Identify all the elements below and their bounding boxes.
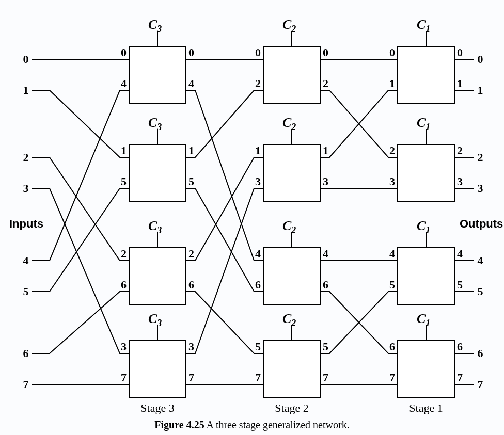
- stage2-right-port-label: 4: [323, 247, 328, 260]
- wire-s3-to-s2: [186, 90, 263, 157]
- output-label: 4: [478, 254, 483, 267]
- stage-label: Stage 1: [409, 401, 443, 414]
- control-label: C3: [148, 115, 162, 132]
- stage2-right-port-label: 1: [323, 144, 328, 157]
- stage3-left-port-label: 3: [121, 340, 127, 353]
- switch-box-stage3-row1: [398, 144, 454, 201]
- stage1-left-port-label: 5: [389, 278, 395, 291]
- stage2-right-port-label: 3: [323, 175, 328, 188]
- output-label: 3: [478, 182, 483, 195]
- stage2-left-port-label: 0: [255, 46, 261, 59]
- output-label: 5: [478, 285, 483, 298]
- stage3-right-port-label: 4: [188, 77, 194, 90]
- input-label: 5: [23, 285, 29, 298]
- stage3-left-port-label: 0: [121, 46, 127, 59]
- stage3-left-port-label: 7: [121, 371, 127, 384]
- switch-box-stage2-row2: [263, 248, 320, 304]
- output-label: 7: [478, 378, 483, 391]
- wire-s2-to-s1: [320, 90, 398, 157]
- switch-box-stage1-row3: [129, 341, 186, 397]
- stage1-right-port-label: 0: [457, 46, 463, 59]
- stage2-left-port-label: 6: [255, 278, 261, 291]
- stage3-left-port-label: 4: [121, 77, 127, 90]
- control-label: C1: [417, 218, 430, 235]
- stage3-left-port-label: 5: [121, 175, 127, 188]
- stage2-left-port-label: 5: [255, 340, 261, 353]
- stage-label: Stage 2: [275, 401, 308, 414]
- wire-s3-to-s2: [186, 292, 263, 353]
- output-label: 6: [478, 347, 483, 360]
- output-label: 2: [478, 151, 483, 164]
- output-label: 0: [478, 53, 483, 66]
- input-label: 2: [23, 151, 29, 164]
- stage1-right-port-label: 7: [457, 371, 463, 384]
- figure-caption: Figure 4.25 A three stage generalized ne…: [154, 419, 349, 431]
- switch-box-stage2-row1: [263, 144, 320, 201]
- input-label: 1: [23, 84, 29, 96]
- switch-box-stage1-row2: [129, 248, 186, 304]
- stage3-right-port-label: 7: [188, 371, 194, 384]
- stage3-right-port-label: 0: [188, 46, 194, 59]
- control-label: C2: [282, 17, 296, 34]
- stage2-left-port-label: 7: [255, 371, 261, 384]
- stage3-left-port-label: 2: [121, 247, 127, 260]
- wire-input-to-s3: [40, 188, 129, 353]
- input-label: 7: [23, 378, 29, 391]
- input-label: 0: [23, 53, 29, 66]
- stage-label: Stage 3: [140, 401, 174, 414]
- outputs-title: Outputs: [460, 217, 503, 230]
- stage3-left-port-label: 1: [121, 144, 127, 157]
- wire-input-to-s3: [40, 188, 129, 292]
- switch-box-stage1-row0: [129, 46, 186, 103]
- control-label: C2: [282, 311, 296, 328]
- stage1-left-port-label: 3: [389, 175, 395, 188]
- stage1-left-port-label: 7: [389, 371, 395, 384]
- control-label: C3: [148, 218, 162, 235]
- switch-box-stage2-row0: [263, 46, 320, 103]
- input-label: 6: [23, 347, 29, 360]
- control-label: C3: [148, 17, 162, 34]
- stage3-left-port-label: 6: [121, 278, 127, 291]
- stage3-right-port-label: 3: [188, 340, 194, 353]
- control-label: C1: [417, 115, 430, 132]
- switch-box-stage1-row1: [129, 144, 186, 201]
- three-stage-network-diagram: C1C1C1C1Stage 1C2C2C2C2Stage 2C3C3C3C3St…: [0, 0, 504, 435]
- switch-box-stage3-row0: [398, 46, 454, 103]
- control-label: C3: [148, 311, 162, 328]
- stage2-left-port-label: 4: [255, 247, 261, 260]
- stage1-left-port-label: 1: [389, 77, 395, 90]
- stage1-left-port-label: 0: [389, 46, 395, 59]
- wire-s3-to-s2: [186, 188, 263, 353]
- stage3-right-port-label: 5: [188, 175, 194, 188]
- wire-s3-to-s2: [186, 188, 263, 292]
- stage3-right-port-label: 2: [188, 247, 194, 260]
- control-label: C1: [417, 311, 430, 328]
- stage1-right-port-label: 6: [457, 340, 463, 353]
- wire-s3-to-s2: [186, 90, 263, 261]
- input-label: 4: [23, 254, 29, 267]
- stage3-right-port-label: 1: [188, 144, 194, 157]
- stage2-left-port-label: 1: [255, 144, 261, 157]
- stage2-right-port-label: 5: [323, 340, 328, 353]
- stage1-right-port-label: 1: [457, 77, 463, 90]
- stage1-right-port-label: 5: [457, 278, 463, 291]
- stage2-right-port-label: 7: [323, 371, 328, 384]
- stage1-right-port-label: 2: [457, 144, 463, 157]
- switch-box-stage3-row2: [398, 248, 454, 304]
- switch-box-stage3-row3: [398, 341, 454, 397]
- stage2-right-port-label: 6: [323, 278, 328, 291]
- input-label: 3: [23, 182, 29, 195]
- output-label: 1: [478, 84, 483, 96]
- wire-s2-to-s1: [320, 292, 398, 353]
- stage1-left-port-label: 6: [389, 340, 395, 353]
- stage1-right-port-label: 3: [457, 175, 463, 188]
- stage2-left-port-label: 3: [255, 175, 261, 188]
- control-label: C2: [282, 115, 296, 132]
- stage3-right-port-label: 6: [188, 278, 194, 291]
- control-label: C2: [282, 218, 296, 235]
- stage2-right-port-label: 0: [323, 46, 328, 59]
- inputs-title: Inputs: [9, 217, 43, 230]
- switch-box-stage2-row3: [263, 341, 320, 397]
- stage1-left-port-label: 4: [389, 247, 395, 260]
- stage1-right-port-label: 4: [457, 247, 463, 260]
